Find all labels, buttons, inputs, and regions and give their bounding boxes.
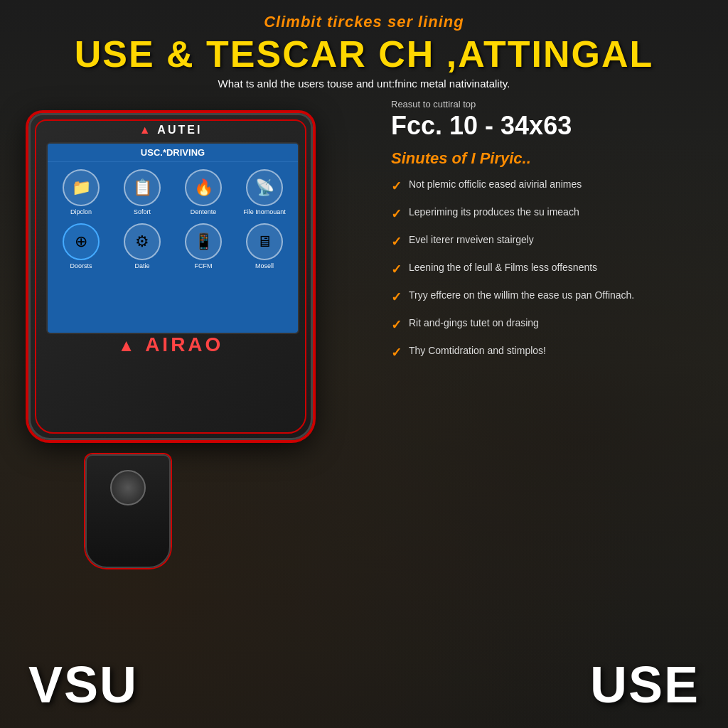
bottom-text-left: VSU bbox=[28, 655, 138, 714]
bottom-text-right: USE bbox=[590, 655, 700, 714]
feature-item-6: ✓ Rit and-gings tutet on drasing bbox=[391, 316, 714, 333]
icon-label-fcfm: FCFM bbox=[195, 263, 213, 270]
check-icon-3: ✓ bbox=[391, 234, 402, 250]
feature-item-5: ✓ Tryy effcere on the willim the ease us… bbox=[391, 289, 714, 305]
feature-item-7: ✓ Thy Comtidration and stimplos! bbox=[391, 344, 714, 360]
features-heading: Sinutes of I Piryic.. bbox=[391, 149, 714, 168]
check-icon-1: ✓ bbox=[391, 178, 402, 194]
bottom-row: VSU USE bbox=[0, 655, 728, 714]
check-icon-2: ✓ bbox=[391, 206, 402, 222]
icon-circle-dentente: 🔥 bbox=[185, 169, 222, 206]
feature-text-3: Evel iterer rnveiven stairgely bbox=[409, 233, 534, 247]
icon-label-sofort: Sofort bbox=[134, 209, 151, 216]
fcc-label: Reasut to cuttiral top bbox=[391, 99, 714, 109]
diagnostic-device: ▲ AUTEI USC.*DRIVING 📁 Dipclon bbox=[28, 113, 334, 497]
brand-name: AUTEI bbox=[157, 124, 202, 136]
feature-list: ✓ Not plemic officlic eased aivirial ani… bbox=[391, 178, 714, 360]
icon-label-datie: Datie bbox=[134, 263, 149, 270]
feature-item-1: ✓ Not plemic officlic eased aivirial ani… bbox=[391, 178, 714, 194]
logo-name: AIRAO bbox=[145, 333, 223, 355]
icon-fcfm[interactable]: 📱 FCFM bbox=[176, 223, 231, 270]
icon-circle-datie: ⚙ bbox=[124, 223, 161, 260]
feature-text-5: Tryy effcere on the willim the ease us p… bbox=[409, 289, 634, 303]
icon-dentente[interactable]: 🔥 Dentente bbox=[176, 169, 231, 216]
screen-title: USC.*DRIVING bbox=[48, 144, 298, 162]
device-shell: ▲ AUTEI USC.*DRIVING 📁 Dipclon bbox=[28, 113, 313, 440]
main-row: ▲ AUTEI USC.*DRIVING 📁 Dipclon bbox=[0, 99, 728, 582]
icon-label-file: File Inomouant bbox=[243, 209, 286, 216]
feature-text-1: Not plemic officlic eased aivirial anime… bbox=[409, 178, 582, 192]
main-content: Climbit tirckes ser lining USE & TESCAR … bbox=[0, 0, 728, 728]
icon-datie[interactable]: ⚙ Datie bbox=[114, 223, 170, 270]
icon-label-dentente: Dentente bbox=[191, 209, 217, 216]
feature-text-6: Rit and-gings tutet on drasing bbox=[409, 316, 539, 331]
info-panel: Reasut to cuttiral top Fcc. 10 - 34x63 S… bbox=[377, 99, 721, 360]
icon-circle-dipclon: 📁 bbox=[63, 169, 100, 206]
header-description: What ts anld the users touse and unt:fni… bbox=[14, 77, 714, 90]
device-bottom-logo: ▲ AIRAO bbox=[107, 333, 235, 356]
logo-triangle-icon: ▲ bbox=[118, 336, 138, 355]
icon-circle-doorsts: ⊕ bbox=[63, 223, 100, 260]
feature-text-2: Leperiming its produces the su imeach bbox=[409, 205, 579, 220]
icon-circle-sofort: 📋 bbox=[124, 169, 161, 206]
header-section: Climbit tirckes ser lining USE & TESCAR … bbox=[0, 0, 728, 95]
feature-text-4: Leening the of leull & Films less offesn… bbox=[409, 261, 597, 275]
feature-item-2: ✓ Leperiming its produces the su imeach bbox=[391, 205, 714, 222]
device-body: ▲ AUTEI USC.*DRIVING 📁 Dipclon bbox=[28, 113, 334, 497]
check-icon-6: ✓ bbox=[391, 317, 402, 333]
check-icon-7: ✓ bbox=[391, 345, 402, 360]
check-icon-4: ✓ bbox=[391, 262, 402, 277]
icon-circle-fcfm: 📱 bbox=[185, 223, 222, 260]
icon-circle-mosell: 🖥 bbox=[246, 223, 283, 260]
feature-item-4: ✓ Leening the of leull & Films less offe… bbox=[391, 261, 714, 277]
icon-dipclon[interactable]: 📁 Dipclon bbox=[53, 169, 109, 216]
header-title: USE & TESCAR CH ,ATTINGAL bbox=[14, 34, 714, 75]
device-container: ▲ AUTEI USC.*DRIVING 📁 Dipclon bbox=[7, 99, 377, 582]
icon-file[interactable]: 📡 File Inomouant bbox=[237, 169, 292, 216]
device-screen: USC.*DRIVING 📁 Dipclon 📋 Sofort bbox=[46, 142, 299, 334]
screen-icons-row2: ⊕ Doorsts ⚙ Datie 📱 FCFM bbox=[48, 223, 298, 277]
check-icon-5: ✓ bbox=[391, 289, 402, 305]
device-logo-text: ▲ AIRAO bbox=[107, 333, 235, 356]
icon-circle-file: 📡 bbox=[246, 169, 283, 206]
feature-item-3: ✓ Evel iterer rnveiven stairgely bbox=[391, 233, 714, 250]
icon-mosell[interactable]: 🖥 Mosell bbox=[237, 223, 292, 270]
brand-icon: ▲ bbox=[139, 124, 153, 136]
device-brand: ▲ AUTEI bbox=[139, 124, 203, 136]
screen-icons-row1: 📁 Dipclon 📋 Sofort 🔥 Dentente bbox=[48, 162, 298, 223]
icon-label-doorsts: Doorsts bbox=[70, 263, 92, 270]
header-subtitle: Climbit tirckes ser lining bbox=[14, 13, 714, 31]
handle-button[interactable] bbox=[110, 470, 146, 505]
feature-text-7: Thy Comtidration and stimplos! bbox=[409, 344, 546, 358]
device-handle bbox=[85, 454, 171, 568]
fcc-number: Fcc. 10 - 34x63 bbox=[391, 111, 714, 141]
icon-doorsts[interactable]: ⊕ Doorsts bbox=[53, 223, 109, 270]
icon-label-dipclon: Dipclon bbox=[70, 209, 92, 216]
icon-label-mosell: Mosell bbox=[255, 263, 274, 270]
icon-sofort[interactable]: 📋 Sofort bbox=[114, 169, 170, 216]
